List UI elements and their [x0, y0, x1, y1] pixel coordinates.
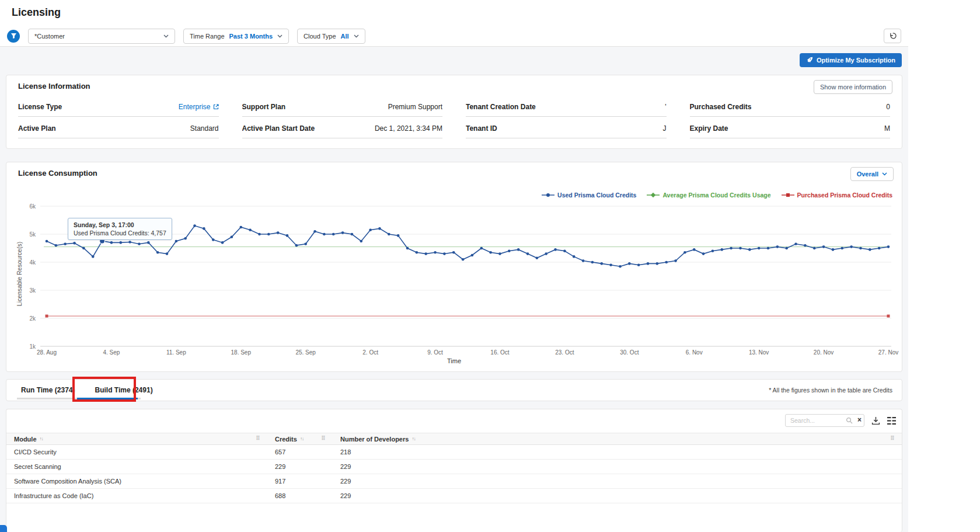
license-information-card: License Information Show more informatio… — [6, 75, 902, 149]
main-content: Licensing *Customer Time Range Past 3 Mo… — [0, 0, 908, 532]
field-label: Purchased Credits — [690, 103, 752, 111]
field-value: Premium Support — [388, 103, 442, 111]
active-tab-indicator — [77, 398, 138, 399]
show-more-information-button[interactable]: Show more information — [814, 80, 892, 94]
tab-run-time[interactable]: Run Time (2374) — [19, 386, 77, 394]
x-axis-title: Time — [6, 357, 902, 364]
scope-value: Overall — [857, 171, 878, 178]
svg-text:2. Oct: 2. Oct — [362, 349, 378, 356]
svg-text:6. Nov: 6. Nov — [686, 349, 703, 356]
optimize-subscription-label: Optimize My Subscription — [817, 57, 895, 64]
tab-build-time[interactable]: Build Time (2491) — [92, 386, 155, 394]
column-drag-handle[interactable]: ⠿ — [321, 435, 326, 441]
customer-filter-label: *Customer — [34, 33, 65, 40]
legend-average-usage[interactable]: Average Prisma Cloud Credits Usage — [647, 192, 770, 199]
license-information-title: License Information — [18, 82, 90, 91]
field-value: Standard — [190, 124, 219, 133]
cell-module: Infrastructure as Code (IaC) — [6, 489, 267, 503]
line-square-marker-icon — [782, 192, 794, 198]
license-fields: License Type Enterprise Support Plan Pre… — [6, 103, 902, 138]
svg-text:20. Nov: 20. Nov — [814, 349, 833, 356]
field-value: M — [884, 124, 890, 133]
column-header-developers[interactable]: Number of Developers ↑↓ ⠿ — [333, 433, 902, 444]
svg-text:30. Oct: 30. Oct — [620, 349, 639, 356]
field-purchased-credits: Purchased Credits 0 — [690, 103, 891, 117]
filter-icon[interactable] — [7, 30, 20, 43]
column-settings-button[interactable] — [887, 417, 896, 425]
cell-credits: 229 — [267, 460, 333, 474]
sort-icon[interactable]: ↑↓ — [300, 436, 304, 441]
cell-module: Secret Scanning — [6, 460, 267, 474]
column-drag-handle[interactable]: ⠿ — [890, 435, 895, 441]
cell-credits: 657 — [267, 445, 333, 459]
license-consumption-title: License Consumption — [18, 169, 97, 178]
download-icon — [871, 416, 880, 425]
table-row[interactable]: Infrastructure as Code (IaC) 688 229 — [6, 489, 902, 503]
credits-table-card: × Module ↑↓ ⠿ Credits ↑↓ ⠿ — [6, 409, 902, 532]
column-header-module[interactable]: Module ↑↓ ⠿ — [6, 433, 267, 444]
field-label: Expiry Date — [690, 124, 728, 133]
sort-icon[interactable]: ↑↓ — [40, 436, 43, 441]
svg-text:9. Oct: 9. Oct — [427, 349, 443, 356]
field-label: Active Plan Start Date — [242, 124, 315, 133]
svg-text:2k: 2k — [29, 315, 36, 322]
field-tenant-creation-date: Tenant Creation Date ' — [466, 103, 667, 117]
table-row[interactable]: Software Composition Analysis (SCA) 917 … — [6, 474, 902, 489]
legend-label: Purchased Prisma Cloud Credits — [797, 192, 892, 199]
field-label: Active Plan — [18, 124, 56, 133]
line-diamond-marker-icon — [647, 192, 660, 198]
table-row[interactable]: Secret Scanning 229 229 — [6, 460, 902, 474]
legend-used-credits[interactable]: Used Prisma Cloud Credits — [542, 192, 636, 199]
column-label: Module — [14, 436, 37, 443]
time-range-filter[interactable]: Time Range Past 3 Months — [183, 29, 289, 44]
svg-text:18. Sep: 18. Sep — [231, 349, 252, 356]
tooltip-title: Sunday, Sep 3, 17:00 — [74, 221, 166, 228]
chevron-down-icon — [277, 34, 283, 38]
consumption-scope-dropdown[interactable]: Overall — [850, 167, 894, 181]
svg-text:6k: 6k — [29, 203, 36, 210]
clear-search-icon[interactable]: × — [857, 416, 862, 424]
chart-legend: Used Prisma Cloud Credits Average Prisma… — [542, 192, 892, 199]
field-value: 0 — [886, 103, 890, 111]
legend-label: Average Prisma Cloud Credits Usage — [662, 192, 770, 199]
column-drag-handle[interactable]: ⠿ — [256, 435, 260, 441]
column-header-credits[interactable]: Credits ↑↓ ⠿ — [267, 433, 333, 444]
optimize-subscription-button[interactable]: Optimize My Subscription — [800, 53, 902, 67]
search-icon — [846, 417, 853, 424]
download-button[interactable] — [871, 416, 880, 425]
cell-credits: 917 — [267, 474, 333, 488]
table-controls: × — [785, 414, 896, 427]
license-type-link[interactable]: Enterprise — [179, 103, 219, 111]
cell-module: CI/CD Security — [6, 445, 267, 459]
cell-developers: 218 — [333, 445, 902, 459]
svg-text:25. Sep: 25. Sep — [295, 349, 316, 356]
credits-note: * All the figures shown in the table are… — [769, 387, 892, 394]
cell-credits: 688 — [267, 489, 333, 503]
cloud-type-filter[interactable]: Cloud Type All — [297, 29, 365, 44]
field-label: License Type — [18, 103, 62, 111]
table-body: CI/CD Security 657 218 Secret Scanning 2… — [6, 445, 902, 503]
svg-text:4k: 4k — [29, 259, 36, 266]
reset-filters-button[interactable] — [884, 29, 901, 43]
legend-purchased-credits[interactable]: Purchased Prisma Cloud Credits — [782, 192, 892, 199]
line-circle-marker-icon — [542, 192, 554, 198]
chat-widget-corner[interactable] — [0, 525, 7, 532]
table-row[interactable]: CI/CD Security 657 218 — [6, 445, 902, 460]
chevron-down-icon — [354, 34, 359, 38]
svg-text:28. Aug: 28. Aug — [37, 349, 57, 356]
svg-text:13. Nov: 13. Nov — [749, 349, 769, 356]
field-label: Tenant ID — [466, 124, 497, 133]
cell-developers: 229 — [333, 489, 902, 503]
sort-icon[interactable]: ↑↓ — [411, 436, 415, 441]
field-active-plan-start-date: Active Plan Start Date Dec 1, 2021, 3:34… — [242, 124, 443, 138]
table-search[interactable]: × — [785, 414, 864, 427]
field-support-plan: Support Plan Premium Support — [242, 103, 443, 117]
time-range-value: Past 3 Months — [229, 33, 273, 40]
svg-text:3k: 3k — [29, 287, 36, 294]
external-link-icon — [213, 104, 219, 110]
rocket-icon — [806, 57, 813, 64]
svg-text:5k: 5k — [29, 231, 36, 238]
chart-tooltip: Sunday, Sep 3, 17:00 Used Prisma Cloud C… — [68, 218, 172, 240]
customer-filter[interactable]: *Customer — [28, 29, 175, 44]
svg-text:16. Oct: 16. Oct — [490, 349, 509, 356]
